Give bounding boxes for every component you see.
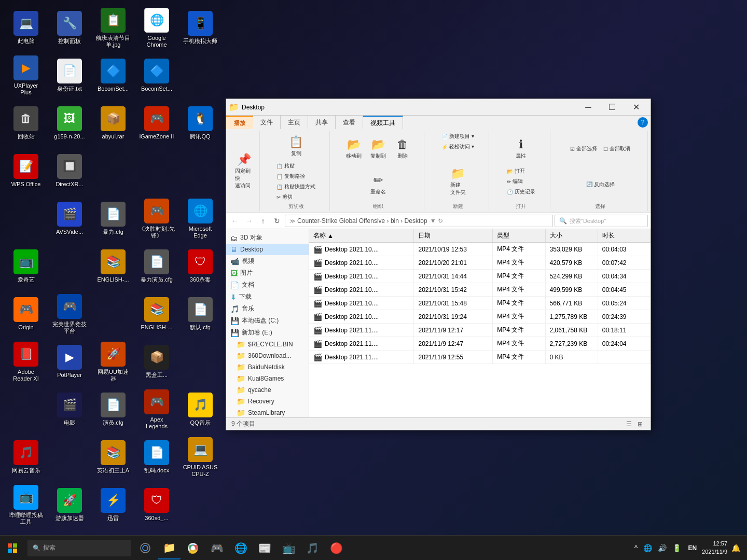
table-row[interactable]: 🎬 Desktop 2021.10.... 2021/10/31 14:44 M… xyxy=(309,270,651,283)
up-button[interactable]: ↑ xyxy=(257,215,269,227)
minimize-button[interactable]: ─ xyxy=(576,99,600,116)
col-date[interactable]: 日期 xyxy=(414,229,493,242)
desktop-icon-game-speed[interactable]: 🚀 游蕻加速器 xyxy=(49,482,90,528)
clock[interactable]: 12:57 2021/11/9 xyxy=(702,540,727,556)
properties-button[interactable]: ℹ 属性 xyxy=(509,132,533,165)
nav-baidu-netdisk[interactable]: 📁 BaiduNetdisk xyxy=(226,361,309,373)
desktop-icon-violence-cfg[interactable]: 📄 暴力.cfg xyxy=(92,196,134,242)
desktop-icon-directxr[interactable]: 🔲 DirectXR... xyxy=(49,148,90,194)
table-row[interactable]: 🎬 Desktop 2021.10.... 2021/10/31 15:48 M… xyxy=(309,297,651,310)
desktop-icon-netease-music[interactable]: 🎵 网易云音乐 xyxy=(5,435,47,480)
volume-icon[interactable]: 🔊 xyxy=(656,542,668,554)
notifications-icon[interactable]: 🔔 xyxy=(730,542,742,554)
desktop-icon-default-cfg[interactable]: 📄 默认.cfg xyxy=(179,291,221,337)
nav-recovery[interactable]: 📁 Recovery xyxy=(226,396,309,407)
copy-button[interactable]: 📋 复制 xyxy=(284,132,308,160)
edit-button[interactable]: ✏ 编辑 xyxy=(504,177,538,186)
start-button[interactable] xyxy=(0,536,25,561)
col-duration[interactable]: 时长 xyxy=(598,229,651,242)
history-button[interactable]: 🕐 历史记录 xyxy=(504,187,538,197)
taskbar-app4[interactable]: 🔴 xyxy=(325,537,348,559)
desktop-icon-g159[interactable]: 🖼 g159-n-20... xyxy=(49,101,90,146)
new-item-button[interactable]: 📄 新建项目 ▾ xyxy=(439,132,477,141)
nav-desktop[interactable]: 🖥 Desktop xyxy=(226,244,309,255)
pin-quick-access-button[interactable]: 📌 固定到快速访问 xyxy=(232,132,256,210)
desktop-icon-apex[interactable]: 🎮 Apex Legends xyxy=(136,387,177,432)
desktop-icon-uxplayer[interactable]: ▶ UXPlayer Plus xyxy=(5,53,47,99)
taskbar-app1[interactable]: 📰 xyxy=(253,537,276,559)
nav-music[interactable]: 🎵 音乐 xyxy=(226,303,309,315)
table-row[interactable]: 🎬 Desktop 2021.10.... 2021/10/19 12:53 M… xyxy=(309,243,651,256)
taskbar-file-explorer[interactable]: 📁 xyxy=(158,537,181,559)
desktop-icon-recycle[interactable]: 🗑 回收站 xyxy=(5,101,47,146)
table-row[interactable]: 🎬 Desktop 2021.11.... 2021/11/9 12:47 MP… xyxy=(309,337,651,351)
desktop-icon-origin[interactable]: 🎮 Origin xyxy=(5,291,47,337)
desktop-icon-english1[interactable]: 📚 ENGLISH-... xyxy=(92,244,134,289)
desktop-icon-xunlei[interactable]: ⚡ 迅雷 xyxy=(92,482,134,528)
select-all-button[interactable]: ☑ 全部选择 xyxy=(568,132,600,166)
invert-selection-button[interactable]: 🔄 反向选择 xyxy=(584,167,617,202)
taskbar-steam[interactable]: 🎮 xyxy=(205,537,228,559)
nav-e-drive[interactable]: 💾 新加卷 (E:) xyxy=(226,327,309,339)
table-row[interactable]: 🎬 Desktop 2021.10.... 2021/10/20 21:01 M… xyxy=(309,256,651,270)
nav-recycle-bin[interactable]: 📁 $RECYCLE.BIN xyxy=(226,339,309,350)
easy-access-button[interactable]: ⚡ 轻松访问 ▾ xyxy=(439,142,477,151)
desktop-icon-actor-cfg[interactable]: 📄 暴力演员.cfg xyxy=(136,244,177,289)
table-row[interactable]: 🎬 Desktop 2021.10.... 2021/10/31 15:42 M… xyxy=(309,283,651,297)
nav-qycache[interactable]: 📁 qycache xyxy=(226,384,309,396)
nav-downloads[interactable]: ⬇ 下载 xyxy=(226,291,309,303)
desktop-icon-360[interactable]: 🛡 360杀毒 xyxy=(179,244,221,289)
desktop-icon-phone-sim[interactable]: 📱 手机模拟大师 xyxy=(179,5,221,51)
desktop-icon-this-pc[interactable]: 💻 此电脑 xyxy=(5,5,47,51)
desktop-icon-bilibili-tools[interactable]: 📺 哔哩哔哩投稿工具 xyxy=(5,482,47,528)
paste-shortcut-button[interactable]: 📋 粘贴快捷方式 xyxy=(274,182,318,191)
nav-3d-objects[interactable]: 🗂 3D 对象 xyxy=(226,232,309,244)
desktop-icon-error-doc[interactable]: 📄 乱码.docx xyxy=(136,435,177,480)
desktop-icon-perfect-world[interactable]: 🎮 完美世界竞技平台 xyxy=(49,291,90,337)
desktop-icon-decisive[interactable]: 🎮 《决胜时刻:先锋》 xyxy=(136,196,177,242)
desktop-icon-bocom2[interactable]: 🔷 BocomSet... xyxy=(136,53,177,99)
copy-to-button[interactable]: 📂 复制到 xyxy=(367,132,390,166)
taskbar-app2[interactable]: 📺 xyxy=(277,537,300,559)
help-button[interactable]: ? xyxy=(638,117,648,128)
desktop-icon-uu[interactable]: 🚀 网易UU加速器 xyxy=(92,339,134,385)
delete-button[interactable]: 🗑 删除 xyxy=(391,132,414,166)
cut-button[interactable]: ✂ 剪切 xyxy=(274,192,318,202)
desktop-icon-360sd[interactable]: 🛡 360sd_... xyxy=(136,482,177,528)
nav-steam-library[interactable]: 📁 SteamLibrary xyxy=(226,407,309,417)
deselect-all-button[interactable]: ☐ 全部取消 xyxy=(601,132,633,166)
col-size[interactable]: 大小 xyxy=(546,229,598,242)
taskbar-chrome[interactable] xyxy=(182,537,204,559)
address-input[interactable]: ≫ Counter-Strike Global Offensive › bin … xyxy=(285,215,553,227)
tray-arrow-button[interactable]: ^ xyxy=(633,542,640,554)
network-icon[interactable]: 🌐 xyxy=(642,542,654,554)
nav-documents[interactable]: 📄 文档 xyxy=(226,279,309,291)
maximize-button[interactable]: ☐ xyxy=(600,99,624,116)
details-view-button[interactable]: ☰ xyxy=(624,419,634,429)
nav-360downloads[interactable]: 📁 360Download... xyxy=(226,350,309,361)
refresh-button[interactable]: ↻ xyxy=(271,215,283,227)
desktop-icon-abyui[interactable]: 📦 abyui.rar xyxy=(92,101,134,146)
desktop-icon-igamezone[interactable]: 🎮 iGameZone II xyxy=(136,101,177,146)
large-icons-view-button[interactable]: ⊞ xyxy=(635,419,645,429)
desktop-icon-cpuid[interactable]: 💻 CPUID ASUS CPU-Z xyxy=(179,435,221,480)
desktop-icon-blackbox[interactable]: 📦 黑盒工... xyxy=(136,339,177,385)
tab-view[interactable]: 查看 xyxy=(336,116,363,129)
move-to-button[interactable]: 📂 移动到 xyxy=(342,132,366,166)
desktop-icon-english2[interactable]: 📚 ENGLISH-... xyxy=(136,291,177,337)
tab-share[interactable]: 共享 xyxy=(308,116,336,129)
desktop-icon-calendar[interactable]: 📋 航班表清节目单.jpg xyxy=(92,5,134,51)
taskbar-edge[interactable]: 🌐 xyxy=(229,537,252,559)
desktop-icon-english3a[interactable]: 📚 英语初三上A xyxy=(92,435,134,480)
nav-c-drive[interactable]: 💾 本地磁盘 (C:) xyxy=(226,315,309,327)
tab-home[interactable]: 主页 xyxy=(281,116,308,129)
new-folder-button[interactable]: 📁 新建文件夹 xyxy=(446,161,469,202)
desktop-icon-actor[interactable]: 📄 演员.cfg xyxy=(92,387,134,432)
open-button[interactable]: 📂 打开 xyxy=(504,166,538,176)
col-name[interactable]: 名称 ▲ xyxy=(309,229,414,242)
battery-icon[interactable]: 🔋 xyxy=(671,542,683,554)
nav-photos[interactable]: 🖼 图片 xyxy=(226,267,309,279)
desktop-icon-control-panel[interactable]: 🔧 控制面板 xyxy=(49,5,90,51)
forward-button[interactable]: → xyxy=(243,215,255,227)
paste-button[interactable]: 📋 粘贴 xyxy=(274,161,318,171)
